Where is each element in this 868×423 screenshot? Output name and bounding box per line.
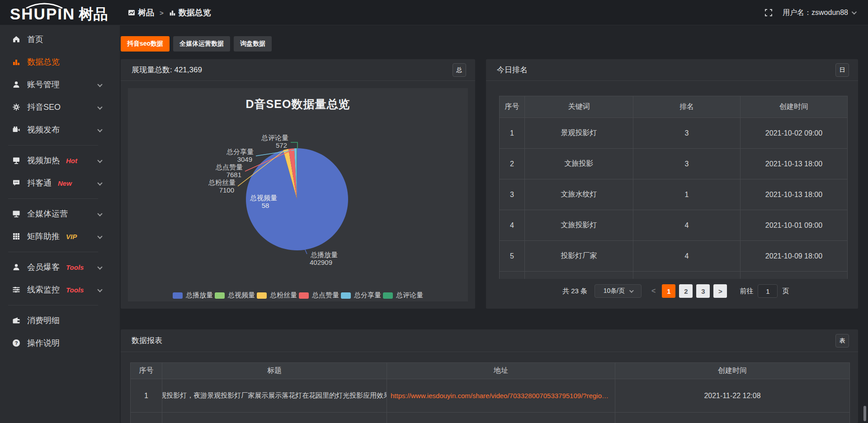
chevron-down-icon: [629, 288, 634, 293]
legend-item-plays[interactable]: 总播放量: [173, 291, 213, 300]
breadcrumb-root[interactable]: 树品: [128, 7, 154, 18]
total-view-button[interactable]: 总: [453, 63, 466, 77]
daily-view-button[interactable]: 日: [835, 63, 849, 77]
table-row: 4 文旅投影灯 4 2021-10-01 09:00: [500, 210, 847, 241]
page-size-select[interactable]: 10条/页: [594, 284, 642, 298]
pie-label-shares: 总分享量 3049: [226, 148, 254, 163]
col-header: 创建时间: [615, 363, 849, 379]
col-header: 关键词: [525, 96, 633, 118]
topbar-right: 用户名：zswodun88: [764, 0, 855, 25]
breadcrumb-separator-icon: >: [160, 9, 164, 17]
cell: 2021-11-22 12:08: [615, 379, 849, 412]
chevron-down-icon: [97, 82, 102, 87]
sidebar-item-omnimedia[interactable]: 全媒体运营: [0, 202, 120, 225]
breadcrumb-current[interactable]: 数据总览: [169, 7, 211, 18]
cell: 1: [633, 179, 741, 210]
pie-label-fans: 总粉丝量 7100: [208, 179, 236, 194]
tab-omnimedia-data[interactable]: 全媒体运营数据: [173, 36, 230, 52]
legend-item-videos[interactable]: 总视频量: [215, 291, 255, 300]
legend-item-fans[interactable]: 总粉丝量: [257, 291, 297, 300]
pie-label-likes: 总点赞量 7681: [215, 163, 243, 179]
chart-legend: 总播放量 总视频量 总粉丝量 总点赞量 总分享量 总评论量: [128, 291, 468, 300]
pie-label-plays: 总播放量 402909: [310, 251, 338, 266]
sidebar-item-member-baoke[interactable]: 会员爆客 Tools: [0, 256, 120, 278]
pie-chart: D音SEO数据量总览 总评论量 572 总分享量 3049 总点赞: [128, 88, 468, 301]
fullscreen-icon[interactable]: [764, 9, 773, 17]
legend-swatch: [383, 292, 393, 299]
member-icon: [12, 263, 20, 271]
tab-inquiry-data[interactable]: 询盘数据: [234, 36, 272, 52]
sidebar-item-data-overview[interactable]: 数据总览: [0, 51, 120, 73]
legend-item-shares[interactable]: 总分享量: [341, 291, 381, 300]
data-report-panel: 数据报表 表 序号 标题 地址 创建时间 1 景观投影灯，夜游景观投影灯厂家展示…: [121, 329, 858, 423]
chevron-down-icon: [97, 127, 102, 132]
question-circle-icon: ?: [12, 339, 20, 347]
svg-text:3049: 3049: [237, 155, 252, 163]
cell: 2021-10-13 18:00: [741, 149, 847, 179]
app-icon: [128, 9, 135, 16]
sliders-icon: [12, 286, 20, 294]
data-source-tabs: 抖音seo数据 全媒体运营数据 询盘数据: [121, 36, 272, 52]
bar-chart-icon: [12, 58, 20, 66]
chevron-down-icon: [97, 264, 102, 269]
chat-bubble-icon: [12, 179, 20, 187]
wallet-icon: [12, 316, 20, 324]
sidebar-item-matrix-boost[interactable]: 矩阵助推 VIP: [0, 225, 120, 248]
cell: 4: [633, 210, 741, 240]
report-panel-title: 数据报表: [132, 335, 162, 346]
monitor-icon: [12, 156, 20, 164]
sidebar-item-home[interactable]: 首页: [0, 28, 120, 51]
svg-text:总播放量: 总播放量: [310, 251, 338, 258]
video-link[interactable]: https://www.iesdouyin.com/share/video/70…: [391, 392, 609, 400]
cell: 3: [633, 149, 741, 179]
cell: 景观投影灯: [525, 118, 633, 148]
svg-text:总点赞量: 总点赞量: [215, 163, 243, 171]
logo: SHUPIN 树品: [10, 2, 108, 24]
cell: 2021-10-01 09:00: [741, 210, 847, 240]
jump-page-input[interactable]: [758, 284, 778, 298]
chevron-down-icon: [97, 287, 102, 292]
sidebar-item-help[interactable]: ? 操作说明: [0, 332, 120, 354]
page-button-1[interactable]: 1: [662, 284, 675, 298]
scrollbar[interactable]: [863, 406, 866, 421]
next-page-button[interactable]: >: [713, 284, 727, 298]
page-button-3[interactable]: 3: [696, 284, 710, 298]
prev-page-button[interactable]: <: [651, 287, 656, 295]
sidebar-item-account[interactable]: 账号管理: [0, 73, 120, 96]
cell: 2: [500, 149, 525, 179]
sidebar-item-spending-detail[interactable]: 消费明细: [0, 309, 120, 332]
user-menu[interactable]: 用户名：zswodun88: [783, 8, 855, 18]
app-screen: SHUPIN 树品 树品 > 数据总览 用户名：zswodun88: [0, 0, 868, 423]
chevron-down-icon: [97, 180, 102, 185]
legend-item-likes[interactable]: 总点赞量: [299, 291, 339, 300]
chart-title: D音SEO数据量总览: [246, 98, 350, 110]
screen-icon: [12, 210, 20, 218]
page-button-2[interactable]: 2: [679, 284, 693, 298]
pie-chart-svg: D音SEO数据量总览 总评论量 572 总分享量 3049 总点赞: [128, 88, 468, 301]
cell: 3: [500, 179, 525, 210]
sidebar-item-lead-monitor[interactable]: 线索监控 Tools: [0, 278, 120, 301]
cell: 4: [500, 210, 525, 240]
sidebar-item-douyin-seo[interactable]: 抖音SEO: [0, 96, 120, 118]
username-label: 用户名：zswodun88: [783, 8, 848, 18]
sidebar-item-video-publish[interactable]: 视频发布: [0, 118, 120, 141]
tab-douyin-seo-data[interactable]: 抖音seo数据: [121, 36, 170, 52]
logo-suffix: 树品: [79, 4, 108, 24]
svg-text:总粉丝量: 总粉丝量: [208, 179, 236, 186]
seo-chart-panel: 展现量总数: 421,369 总 D音SEO数据量总览 总评论量 572 总分享: [121, 59, 475, 309]
sidebar-item-douketong[interactable]: 抖客通 New: [0, 172, 120, 194]
cell: 文旅水纹灯: [525, 179, 633, 210]
table-row: 3 文旅水纹灯 1 2021-10-13 18:00: [500, 179, 847, 210]
video-url-cell: https://www.iesdouyin.com/share/video/70…: [387, 379, 615, 412]
legend-item-comments[interactable]: 总评论量: [383, 291, 423, 300]
svg-text:总视频量: 总视频量: [250, 194, 277, 202]
sidebar-item-video-heat[interactable]: 视频加热 Hot: [0, 149, 120, 172]
cell: 1: [131, 379, 162, 412]
chevron-down-icon: [97, 211, 102, 216]
svg-text:总分享量: 总分享量: [226, 148, 254, 155]
svg-text:7100: 7100: [219, 186, 234, 194]
table-view-button[interactable]: 表: [835, 334, 849, 348]
legend-swatch: [341, 292, 351, 299]
sidebar-divider: [8, 145, 98, 146]
col-header: 地址: [387, 363, 615, 379]
